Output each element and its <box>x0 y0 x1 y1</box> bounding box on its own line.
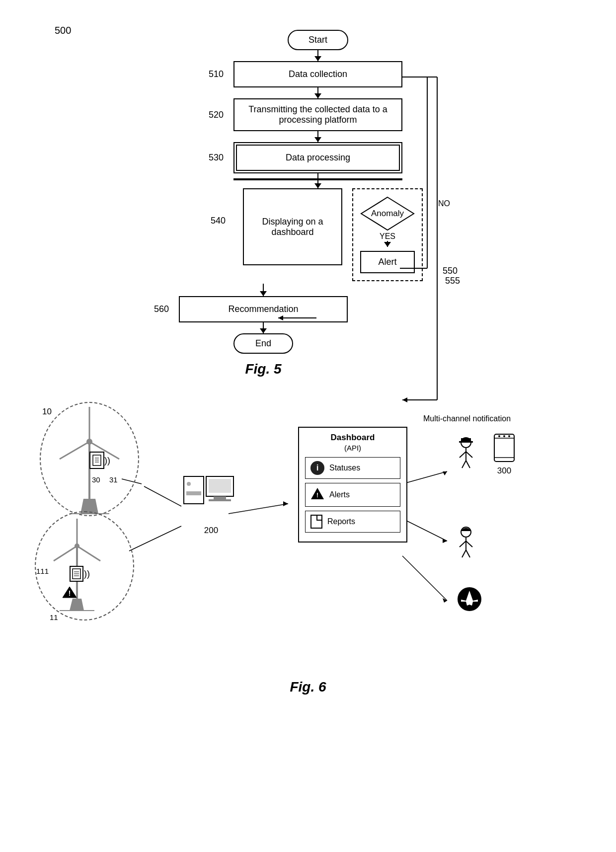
wifi-waves-111: )) <box>84 569 90 579</box>
svg-point-45 <box>187 482 191 486</box>
airplane-icon <box>456 586 483 613</box>
arrow5 <box>263 284 264 296</box>
engineer-icon <box>452 526 479 558</box>
anomaly-text: Anomaly <box>371 209 404 219</box>
flowchart: Start 510 Data collection 520 Transmitti… <box>149 30 487 354</box>
warning-sign: ! <box>62 586 77 601</box>
step560-wrapper: 560 Recommendation <box>94 296 432 322</box>
notif-label: Multi-channel notification <box>417 414 517 423</box>
step560-label: 560 <box>154 304 169 314</box>
svg-line-10 <box>129 526 181 551</box>
step555-label: 555 <box>445 276 460 286</box>
sensor-30 <box>89 452 104 469</box>
cop-icon <box>452 437 479 469</box>
step540-label: 540 <box>211 216 226 226</box>
anomaly-area: Anomaly YES Alert NO 550 <box>352 188 423 281</box>
info-icon: i <box>310 461 324 475</box>
step520-label: 520 <box>209 110 224 120</box>
arrow1 <box>317 50 318 61</box>
server-area: 200 <box>181 474 236 536</box>
svg-line-11 <box>229 504 288 514</box>
dashboard-subtitle: (API) <box>305 444 400 452</box>
label-30: 30 <box>92 475 100 484</box>
double-separator <box>233 173 402 188</box>
svg-marker-12 <box>283 501 288 506</box>
dashboard-alerts: ! Alerts <box>305 483 400 507</box>
figure6-container: 10 )) 30 31 <box>35 387 581 675</box>
start-wrapper: Start <box>149 30 487 50</box>
svg-line-13 <box>402 471 447 484</box>
svg-rect-55 <box>459 441 473 443</box>
step540-area: 540 Displaying on a dashboard <box>243 188 342 265</box>
svg-line-15 <box>402 519 447 541</box>
fig6-label: Fig. 6 <box>290 679 326 695</box>
svg-line-71 <box>462 550 466 557</box>
svg-rect-49 <box>214 496 226 499</box>
svg-line-60 <box>466 461 470 468</box>
svg-rect-50 <box>209 499 231 501</box>
svg-line-72 <box>466 550 470 557</box>
step540-node: Displaying on a dashboard <box>243 188 342 265</box>
phone-area: 300 <box>492 432 517 476</box>
alerts-label: Alerts <box>329 490 350 499</box>
turbine2-svg <box>35 511 134 620</box>
end-wrapper: End <box>233 333 293 354</box>
svg-marker-14 <box>443 471 447 475</box>
step530-label: 530 <box>209 153 224 163</box>
anomaly-diamond: Anomaly <box>360 196 415 231</box>
dashboard-title: Dashboard <box>305 433 400 443</box>
label-11: 11 <box>50 613 58 621</box>
svg-line-69 <box>460 541 466 547</box>
svg-rect-54 <box>461 438 471 441</box>
dashboard-box: Dashboard (API) i Statuses ! Alerts <box>298 427 407 542</box>
svg-line-58 <box>466 452 472 458</box>
doc-icon <box>310 515 322 529</box>
alert-icon: ! <box>310 487 324 503</box>
svg-rect-44 <box>184 476 204 504</box>
step510-node: Data collection <box>233 61 402 87</box>
step520-node: Transmitting the collected data to a pro… <box>233 98 402 131</box>
step510-wrapper: 510 Data collection <box>149 61 487 87</box>
yes-label: YES <box>380 232 395 241</box>
wifi-waves-30: )) <box>104 456 110 466</box>
step510-label: 510 <box>209 69 224 79</box>
sensor-111 <box>70 566 83 582</box>
svg-text:!: ! <box>69 589 71 597</box>
dashboard-reports: Reports <box>305 511 400 533</box>
svg-point-64 <box>498 435 500 437</box>
arrow2 <box>317 87 318 98</box>
page: 500 Start 510 Data collection 520 Transm… <box>0 0 616 852</box>
reports-label: Reports <box>327 517 355 526</box>
svg-line-17 <box>402 556 447 601</box>
svg-rect-46 <box>186 491 201 495</box>
start-node: Start <box>288 30 348 50</box>
arrow6 <box>263 322 264 333</box>
svg-marker-16 <box>443 539 447 543</box>
arrow3 <box>317 131 318 142</box>
person1-area <box>452 437 479 471</box>
svg-line-59 <box>462 461 466 468</box>
svg-line-9 <box>144 486 181 506</box>
label-10: 10 <box>42 407 52 417</box>
step530-node: Data processing <box>236 145 400 171</box>
svg-line-35 <box>77 546 100 561</box>
statuses-label: Statuses <box>329 464 360 472</box>
step550-label: 550 <box>443 266 458 276</box>
svg-point-66 <box>508 435 510 437</box>
airplane-area <box>456 586 483 615</box>
person2-area <box>452 526 479 560</box>
step530-wrapper: 530 Data processing <box>149 142 487 173</box>
step555-node: Alert <box>360 251 415 273</box>
svg-marker-18 <box>443 598 447 603</box>
svg-point-65 <box>503 435 505 437</box>
mid-section: 540 Displaying on a dashboard Anomaly <box>149 188 487 281</box>
step520-wrapper: 520 Transmitting the collected data to a… <box>149 98 487 131</box>
figure5-container: 500 Start 510 Data collection 520 Transm… <box>30 20 586 377</box>
step530-outer: Data processing <box>233 142 402 173</box>
dashboard-statuses: i Statuses <box>305 457 400 479</box>
server-svg <box>181 474 236 529</box>
fig5-label: Fig. 5 <box>245 361 281 377</box>
svg-line-34 <box>54 546 77 561</box>
end-node: End <box>233 333 293 354</box>
fig5-ref-number: 500 <box>55 25 71 36</box>
